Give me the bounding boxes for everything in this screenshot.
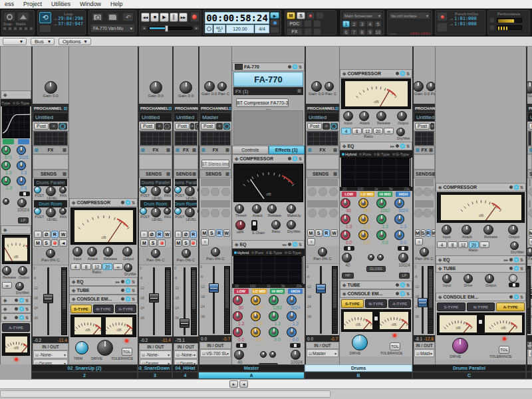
console-type-n-type[interactable]: N-TYPE [365,299,388,308]
fx-add-icon[interactable]: ⊞ [63,148,66,153]
bypass-dot-icon[interactable] [396,292,399,295]
comp-attack-knob[interactable] [462,225,471,235]
band-freq-knob[interactable] [17,146,26,155]
post-button[interactable]: Post [34,123,49,130]
comp-thresh-knob[interactable] [235,204,244,213]
input-select[interactable]: ⊡-None-▾ [174,350,198,358]
fx-bypass-icon[interactable]: ⊠ [529,148,532,153]
gain-knob[interactable] [180,81,192,94]
gain-knob[interactable] [311,81,322,92]
gain-knob[interactable] [204,81,215,92]
collapse-module-icon[interactable]: ⇅ [406,291,410,296]
fader-handle[interactable] [149,293,159,303]
output-select[interactable]: ⊡Master▾ [307,349,338,357]
mute-button[interactable]: M [175,239,182,247]
pan-knob[interactable] [420,247,429,257]
module-power-icon[interactable] [514,266,519,271]
collapse-module-icon[interactable]: ⇅ [299,65,302,69]
fx-bin[interactable] [414,154,435,170]
input-select[interactable]: ⊡-None-▾ [140,350,172,358]
post-button[interactable]: Post [307,123,322,130]
module-power-icon[interactable] [19,298,24,303]
send-level-knob[interactable] [151,186,161,196]
band-shape-toggle[interactable] [344,246,354,251]
comp-release-knob[interactable] [483,225,493,235]
band-gain-knob[interactable] [287,327,297,337]
phantom-button[interactable]: ♀ [307,238,315,245]
buses-scroll-left-button[interactable]: ◂ [239,380,248,388]
eq-type-tab[interactable]: E-Type [374,152,390,156]
eq-type-tab[interactable]: Hybrid [234,251,249,255]
comp-input-knob[interactable] [72,247,82,257]
send-level-knob[interactable] [185,186,195,196]
lp-slope-knob[interactable] [377,254,384,261]
fx-bin[interactable]: BT Stereo Ima [200,154,231,170]
module-power-icon[interactable] [19,307,24,311]
comp-output-knob[interactable] [122,247,132,257]
send-pan-knob[interactable] [59,186,66,194]
mute-button[interactable]: M [529,229,532,237]
collapse-module-icon[interactable]: ⇅ [299,242,302,247]
expand-module-icon[interactable]: ▸▸ [283,242,287,247]
module-power-icon[interactable] [514,185,519,190]
surface-wai-button[interactable]: ≡ [389,33,398,35]
band-freq-knob[interactable] [287,295,297,305]
collapse-module-icon[interactable]: ⇅ [299,156,302,161]
mini-play-button[interactable]: ▶ [270,12,279,19]
console-drive-knob[interactable] [352,334,368,350]
pan-knob[interactable] [318,247,327,257]
expand-module-icon[interactable]: ▸▸ [390,144,394,148]
track-bus-label[interactable]: C [412,372,526,379]
comp-input-knob[interactable] [343,111,353,121]
tube-type-toggle[interactable] [509,283,519,287]
collapse-module-icon[interactable]: ⇅ [520,257,523,262]
write-automation-button[interactable]: W [331,229,338,237]
record-arm-button[interactable] [51,239,59,247]
track-name-label[interactable]: 04_HiHat [172,364,198,372]
band-q-knob[interactable] [394,214,404,224]
phantom-button[interactable]: ♀ [529,238,532,245]
solo-button[interactable]: S [315,229,323,237]
output-select[interactable]: ⊡Drums▾ [140,359,172,364]
mix-aux-button[interactable] [307,12,315,19]
send-post-knob[interactable] [174,186,182,194]
mix-aux-button[interactable] [313,28,321,35]
sends-add-icon[interactable]: ⊞ [192,172,196,177]
console-menu-strips[interactable]: ▾ [3,38,27,45]
fader-track[interactable] [316,266,326,334]
drywet-knob[interactable] [510,241,519,250]
bypass-dot-icon[interactable] [15,307,18,311]
channel-name-field[interactable]: Untitled [174,112,198,122]
module-power-icon[interactable] [293,156,297,161]
send-pan-knob[interactable] [59,207,66,215]
prochannel-header[interactable]: PROCHANNEL⊡ [200,104,231,112]
fx-bin[interactable] [139,154,172,170]
lp-slope-knob[interactable] [269,351,276,358]
fx-chain-item[interactable]: BT Compressor FA770-3 [236,98,289,107]
sidechain-toggle[interactable] [251,220,257,231]
interleave-icon[interactable]: ≡ [190,123,194,130]
ratio-button[interactable]: 4 [341,128,351,134]
hp-filter-knob[interactable] [342,253,352,263]
eq-type-tab[interactable]: E-Type [1,101,10,105]
comp-output-knob[interactable] [18,266,27,275]
solo-button[interactable]: S [149,239,157,247]
comp-attack-knob[interactable] [359,111,369,121]
mute-button[interactable]: M [140,239,148,247]
ratio-button[interactable]: 4 [70,263,80,270]
snap-button[interactable] [3,12,15,21]
sends-add-icon[interactable]: ⊞ [166,172,170,177]
rewind-button[interactable]: ◀◀ [141,13,150,22]
ratio-button[interactable]: 4 [437,241,447,248]
interleave-icon[interactable]: ≡ [49,123,58,130]
eq-type-tab[interactable]: G-Type [285,251,301,255]
band-button[interactable]: LOW [342,192,356,197]
console-type-s-type[interactable]: S-TYPE [70,305,92,313]
band-freq-knob[interactable] [269,295,279,305]
ratio-button[interactable]: ∞ [479,241,489,248]
screenset-2-button[interactable]: 2 [350,21,358,27]
send-post-knob[interactable] [140,207,147,215]
track-bus-label[interactable]: 4 [172,372,198,379]
bypass-dot-icon[interactable] [15,316,18,319]
module-power-icon[interactable] [514,257,519,262]
